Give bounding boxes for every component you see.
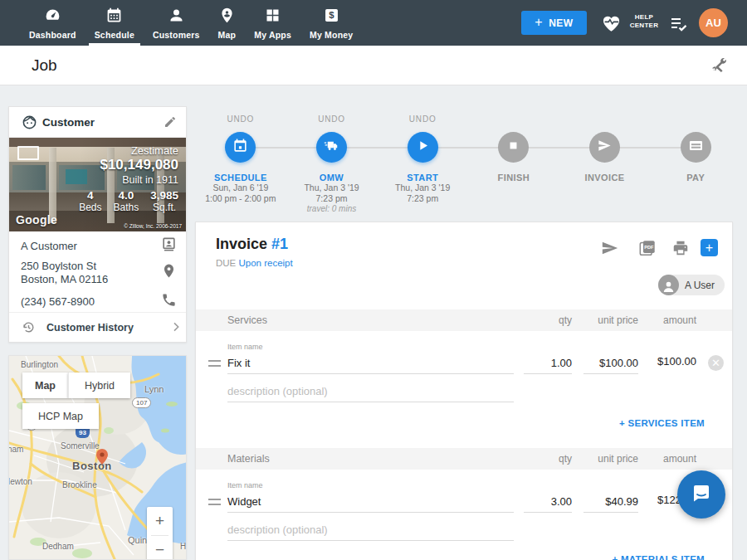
hcp-map-button[interactable]: HCP Map bbox=[22, 403, 99, 429]
zoom-in-button[interactable]: + bbox=[147, 507, 173, 535]
map-label-somerville: Somerville bbox=[61, 441, 100, 450]
item-name-label: Item name bbox=[227, 481, 263, 489]
start-step-button[interactable] bbox=[408, 132, 438, 163]
nav-item-my-money[interactable]: $ My Money bbox=[300, 0, 362, 46]
map-label-waltham: ham bbox=[8, 445, 23, 454]
map-label-brookline: Brookline bbox=[62, 480, 97, 489]
customer-history-row[interactable]: Customer History bbox=[9, 313, 186, 343]
material-unit-price-input[interactable] bbox=[583, 494, 638, 513]
pdf-icon[interactable]: PDF bbox=[638, 239, 657, 257]
services-section-header: Services qty unit price amount bbox=[196, 309, 732, 331]
invoice-step-button[interactable] bbox=[589, 132, 620, 163]
help-center-line2: CENTER bbox=[626, 22, 662, 30]
materials-section-header: Materials qty unit price amount bbox=[196, 448, 732, 470]
health-heart-icon[interactable] bbox=[600, 12, 622, 34]
zoom-out-button[interactable]: − bbox=[147, 536, 173, 560]
contact-card-icon[interactable] bbox=[161, 236, 177, 252]
material-description-input[interactable] bbox=[227, 522, 514, 541]
nav-label: Schedule bbox=[95, 30, 134, 40]
travel-time: travel: 0 mins bbox=[307, 204, 356, 213]
service-description-input[interactable] bbox=[227, 383, 514, 402]
assignee-name: A User bbox=[685, 280, 715, 291]
qty-column-header: qty bbox=[522, 314, 572, 326]
svg-text:$: $ bbox=[329, 10, 334, 20]
step-label: PAY bbox=[686, 173, 705, 183]
remove-item-button[interactable]: ✕ bbox=[708, 355, 724, 371]
drag-handle-icon[interactable] bbox=[208, 360, 221, 367]
services-title: Services bbox=[227, 314, 267, 326]
job-settings-icon[interactable] bbox=[710, 56, 728, 75]
plus-icon: + bbox=[535, 15, 543, 30]
zestimate-label: Zestimate bbox=[131, 144, 178, 157]
invoice-number[interactable]: #1 bbox=[271, 236, 288, 252]
invoice-card: Invoice #1 DUE Upon receipt PDF + A User… bbox=[195, 222, 733, 560]
stat-baths: 4.0 Baths bbox=[114, 189, 139, 213]
nav-label: My Apps bbox=[254, 30, 291, 40]
help-center-line1: HELP bbox=[626, 13, 662, 22]
nav-item-schedule[interactable]: Schedule bbox=[85, 0, 144, 46]
material-item-name-input[interactable] bbox=[227, 494, 514, 513]
map-card: Burlington Lynn Somerville Boston ham Ne… bbox=[8, 355, 187, 560]
amount-column-header: amount bbox=[638, 453, 696, 465]
due-terms-link[interactable]: Upon receipt bbox=[238, 258, 292, 268]
zestimate-value: $10,149,080 bbox=[100, 157, 178, 173]
undo-link[interactable]: UNDO bbox=[409, 114, 437, 128]
location-pin-icon[interactable] bbox=[161, 263, 177, 279]
step-date: Sun, Jan 6 '19 bbox=[212, 183, 268, 193]
new-button[interactable]: + NEW bbox=[521, 11, 587, 35]
step-label: START bbox=[407, 173, 438, 183]
timeline-step-omw: UNDO OMW Thu, Jan 3 '19 7:23 pm travel: … bbox=[286, 108, 378, 216]
job-timeline: UNDO SCHEDULE Sun, Jan 6 '19 1:00 pm - 2… bbox=[195, 108, 741, 216]
step-label: FINISH bbox=[498, 173, 530, 183]
customers-icon bbox=[168, 7, 185, 27]
add-materials-item-link[interactable]: + MATERIALS ITEM bbox=[612, 554, 705, 560]
assignee-chip[interactable]: A User bbox=[658, 275, 725, 295]
service-unit-price-input[interactable] bbox=[583, 355, 638, 374]
nav-label: Dashboard bbox=[29, 30, 76, 40]
invoice-title: Invoice #1 bbox=[216, 236, 288, 253]
item-name-label: Item name bbox=[227, 343, 263, 351]
service-qty-input[interactable] bbox=[524, 355, 572, 374]
unit-price-column-header: unit price bbox=[576, 453, 638, 465]
materials-title: Materials bbox=[227, 453, 270, 465]
schedule-step-button[interactable] bbox=[225, 132, 256, 163]
apps-grid-icon bbox=[264, 7, 281, 27]
history-icon bbox=[22, 320, 36, 334]
map-type-button-hybrid[interactable]: Hybrid bbox=[68, 373, 130, 398]
streetview-icon[interactable] bbox=[17, 146, 39, 160]
unit-price-column-header: unit price bbox=[576, 314, 638, 326]
service-amount: $100.00 bbox=[638, 355, 696, 368]
property-stats: 4 Beds 4.0 Baths 3,985 Sq.ft. bbox=[79, 189, 178, 213]
user-avatar[interactable]: AU bbox=[699, 8, 728, 37]
add-invoice-item-button[interactable]: + bbox=[701, 239, 718, 256]
play-icon bbox=[415, 138, 431, 157]
edit-pencil-icon[interactable] bbox=[164, 115, 177, 129]
omw-step-button[interactable] bbox=[316, 132, 347, 163]
customer-card-header: Customer bbox=[9, 107, 186, 138]
customer-face-icon bbox=[22, 114, 37, 130]
nav-item-dashboard[interactable]: Dashboard bbox=[20, 0, 85, 46]
job-location-pin[interactable] bbox=[96, 449, 108, 465]
map-type-button-map[interactable]: Map bbox=[22, 373, 68, 398]
material-qty-input[interactable] bbox=[524, 494, 572, 513]
undo-link[interactable]: UNDO bbox=[227, 114, 255, 128]
help-center-link[interactable]: HELP CENTER bbox=[626, 13, 662, 30]
add-services-item-link[interactable]: + SERVICES ITEM bbox=[619, 418, 705, 428]
service-item-name-input[interactable] bbox=[227, 355, 514, 374]
step-label: SCHEDULE bbox=[214, 173, 267, 183]
chat-launcher-button[interactable] bbox=[677, 470, 725, 519]
pay-step-button[interactable] bbox=[681, 132, 711, 163]
print-icon[interactable] bbox=[671, 239, 690, 257]
nav-item-map[interactable]: Map bbox=[209, 0, 246, 46]
nav-item-my-apps[interactable]: My Apps bbox=[245, 0, 300, 46]
nav-item-customers[interactable]: Customers bbox=[144, 0, 209, 46]
checklist-icon[interactable] bbox=[669, 14, 689, 34]
google-watermark: Google bbox=[16, 213, 57, 226]
send-invoice-icon[interactable] bbox=[601, 239, 619, 257]
finish-step-button[interactable] bbox=[498, 132, 529, 163]
property-photo[interactable]: Zestimate $10,149,080 Built in 1911 4 Be… bbox=[9, 138, 186, 231]
drag-handle-icon[interactable] bbox=[208, 499, 221, 505]
undo-link[interactable]: UNDO bbox=[318, 114, 345, 128]
timeline-step-invoice: INVOICE bbox=[559, 108, 651, 216]
phone-icon[interactable] bbox=[161, 292, 177, 308]
